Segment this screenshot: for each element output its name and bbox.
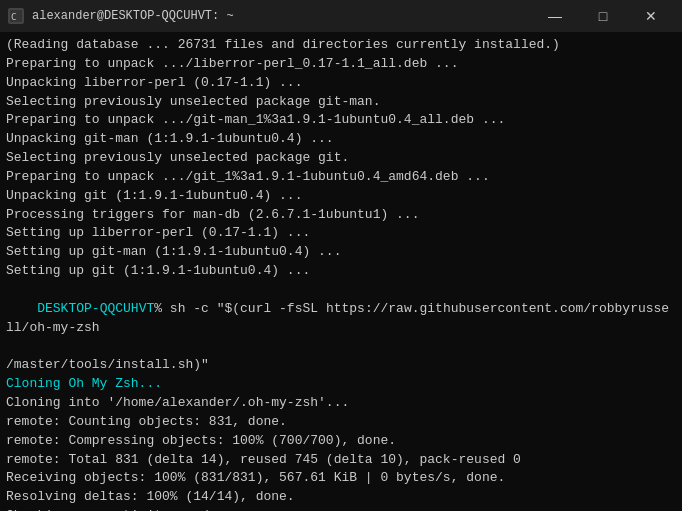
svg-text:C: C bbox=[11, 12, 16, 22]
maximize-button[interactable]: □ bbox=[580, 0, 626, 32]
terminal-prompt-line: DESKTOP-QQCUHVT% sh -c "$(curl -fsSL htt… bbox=[6, 281, 676, 356]
terminal-line: Preparing to unpack .../liberror-perl_0.… bbox=[6, 55, 676, 74]
terminal-line: Cloning into '/home/alexander/.oh-my-zsh… bbox=[6, 394, 676, 413]
terminal-line: Processing triggers for man-db (2.6.7.1-… bbox=[6, 206, 676, 225]
terminal-line: Setting up git (1:1.9.1-1ubuntu0.4) ... bbox=[6, 262, 676, 281]
terminal-line: Cloning Oh My Zsh... bbox=[6, 375, 676, 394]
terminal-line: Setting up liberror-perl (0.17-1.1) ... bbox=[6, 224, 676, 243]
minimize-button[interactable]: — bbox=[532, 0, 578, 32]
terminal-line: Unpacking liberror-perl (0.17-1.1) ... bbox=[6, 74, 676, 93]
terminal-line: Receiving objects: 100% (831/831), 567.6… bbox=[6, 469, 676, 488]
terminal-line: Preparing to unpack .../git_1%3a1.9.1-1u… bbox=[6, 168, 676, 187]
terminal-line: /master/tools/install.sh)" bbox=[6, 356, 676, 375]
close-button[interactable]: ✕ bbox=[628, 0, 674, 32]
terminal-line: remote: Compressing objects: 100% (700/7… bbox=[6, 432, 676, 451]
terminal-line: Unpacking git-man (1:1.9.1-1ubuntu0.4) .… bbox=[6, 130, 676, 149]
terminal-line: remote: Total 831 (delta 14), reused 745… bbox=[6, 451, 676, 470]
terminal-line: remote: Counting objects: 831, done. bbox=[6, 413, 676, 432]
window-controls[interactable]: — □ ✕ bbox=[532, 0, 674, 32]
terminal-line: Resolving deltas: 100% (14/14), done. bbox=[6, 488, 676, 507]
window-title: alexander@DESKTOP-QQCUHVT: ~ bbox=[32, 9, 234, 23]
terminal-line: Selecting previously unselected package … bbox=[6, 93, 676, 112]
title-bar: C alexander@DESKTOP-QQCUHVT: ~ — □ ✕ bbox=[0, 0, 682, 32]
terminal-icon: C bbox=[8, 8, 24, 24]
terminal-output: (Reading database ... 26731 files and di… bbox=[0, 32, 682, 511]
terminal-line: Unpacking git (1:1.9.1-1ubuntu0.4) ... bbox=[6, 187, 676, 206]
terminal-line: Checking connectivity... done. bbox=[6, 507, 676, 511]
terminal-line: Preparing to unpack .../git-man_1%3a1.9.… bbox=[6, 111, 676, 130]
title-bar-left: C alexander@DESKTOP-QQCUHVT: ~ bbox=[8, 8, 234, 24]
terminal-line: Setting up git-man (1:1.9.1-1ubuntu0.4) … bbox=[6, 243, 676, 262]
terminal-line: Selecting previously unselected package … bbox=[6, 149, 676, 168]
terminal-line: (Reading database ... 26731 files and di… bbox=[6, 36, 676, 55]
